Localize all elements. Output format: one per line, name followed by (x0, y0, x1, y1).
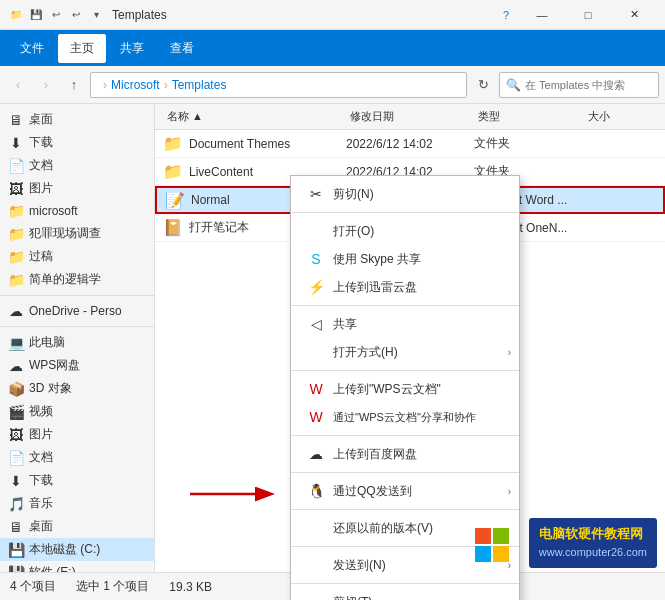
ctx-wps-upload[interactable]: W 上传到"WPS云文档" (291, 375, 519, 403)
search-icon: 🔍 (506, 78, 521, 92)
ctx-openwith[interactable]: 打开方式(H) › (291, 338, 519, 366)
sidebar-item-microsoft[interactable]: 📁 microsoft (0, 200, 154, 222)
svg-rect-3 (493, 528, 509, 544)
ctx-label-qq: 通过QQ发送到 (333, 483, 412, 500)
desktop-icon: 🖥 (8, 112, 24, 128)
quick-access-dropdown[interactable]: ▾ (88, 7, 104, 23)
help-button[interactable]: ? (493, 0, 519, 30)
header-name[interactable]: 名称 ▲ (163, 109, 346, 124)
qq-icon: 🐧 (307, 482, 325, 500)
folder-icon-logic: 📁 (8, 272, 24, 288)
back-button[interactable]: ‹ (6, 73, 30, 97)
sidebar-item-pic2[interactable]: 🖼 图片 (0, 423, 154, 446)
sidebar-item-dl2[interactable]: ⬇ 下载 (0, 469, 154, 492)
sidebar-item-3d[interactable]: 📦 3D 对象 (0, 377, 154, 400)
share-icon: ◁ (307, 315, 325, 333)
sidebar-this-pc[interactable]: 💻 此电脑 (0, 331, 154, 354)
minimize-button[interactable]: — (519, 0, 565, 30)
desk2-icon: 🖥 (8, 519, 24, 535)
ctx-cut[interactable]: 剪切(T) (291, 588, 519, 600)
ribbon-tab-home[interactable]: 主页 (58, 34, 106, 63)
folder-icon-ms: 📁 (8, 203, 24, 219)
quick-access-undo[interactable]: ↩ (48, 7, 64, 23)
sidebar-label-pic2: 图片 (29, 426, 53, 443)
svg-rect-4 (475, 546, 491, 562)
address-bar[interactable]: › Microsoft › Templates (90, 72, 467, 98)
ctx-open[interactable]: 打开(O) (291, 217, 519, 245)
ribbon-tab-view[interactable]: 查看 (158, 34, 206, 63)
svg-rect-2 (475, 528, 491, 544)
watermark-site: www.computer26.com (539, 544, 647, 562)
sidebar-label-doc2: 文档 (29, 449, 53, 466)
sidebar-item-docs[interactable]: 📄 文档 (0, 154, 154, 177)
windows-flag (474, 527, 510, 570)
sidebar-item-download[interactable]: ⬇ 下载 (0, 131, 154, 154)
ctx-qq[interactable]: 🐧 通过QQ发送到 › (291, 477, 519, 505)
address-microsoft[interactable]: Microsoft (111, 78, 160, 92)
wps-cloud-icon: ☁ (8, 358, 24, 374)
quick-access-save[interactable]: 💾 (28, 7, 44, 23)
close-button[interactable]: ✕ (611, 0, 657, 30)
search-box[interactable]: 🔍 (499, 72, 659, 98)
ctx-share[interactable]: ◁ 共享 (291, 310, 519, 338)
sidebar-label-pictures: 图片 (29, 180, 53, 197)
maximize-button[interactable]: □ (565, 0, 611, 30)
skype-icon: S (307, 250, 325, 268)
quick-access-redo[interactable]: ↩ (68, 7, 84, 23)
sidebar-label-pc: 此电脑 (29, 334, 65, 351)
sidebar-label-c: 本地磁盘 (C:) (29, 541, 100, 558)
ctx-sep5 (291, 509, 519, 510)
ctx-skype[interactable]: S 使用 Skype 共享 (291, 245, 519, 273)
sidebar-item-desktop[interactable]: 🖥 桌面 (0, 108, 154, 131)
app-icon: 📁 (8, 7, 24, 23)
folder-icon-draft: 📁 (8, 249, 24, 265)
ctx-cut-n[interactable]: ✂ 剪切(N) (291, 180, 519, 208)
download-icon: ⬇ (8, 135, 24, 151)
sendto-icon (307, 556, 325, 574)
sidebar-item-onedrive[interactable]: ☁ OneDrive - Perso (0, 300, 154, 322)
search-input[interactable] (525, 79, 652, 91)
sidebar-label-3d: 3D 对象 (29, 380, 72, 397)
3d-icon: 📦 (8, 381, 24, 397)
header-date[interactable]: 修改日期 (346, 109, 474, 124)
ctx-label-xunlei: 上传到迅雷云盘 (333, 279, 417, 296)
header-type[interactable]: 类型 (474, 109, 584, 124)
sidebar-label-dl2: 下载 (29, 472, 53, 489)
watermark: 电脑软硬件教程网 www.computer26.com (529, 518, 657, 568)
ctx-xunlei[interactable]: ⚡ 上传到迅雷云盘 (291, 273, 519, 301)
sidebar-item-logic[interactable]: 📁 简单的逻辑学 (0, 268, 154, 291)
sidebar-item-wps[interactable]: ☁ WPS网盘 (0, 354, 154, 377)
sidebar-item-pictures[interactable]: 🖼 图片 (0, 177, 154, 200)
sidebar-item-video[interactable]: 🎬 视频 (0, 400, 154, 423)
ctx-baidu[interactable]: ☁ 上传到百度网盘 (291, 440, 519, 468)
word-icon-normal: 📝 (165, 190, 185, 210)
sidebar-label-video: 视频 (29, 403, 53, 420)
up-button[interactable]: ↑ (62, 73, 86, 97)
address-separator2: › (164, 78, 168, 92)
folder-icon-themes: 📁 (163, 134, 183, 154)
e-drive-icon: 💾 (8, 565, 24, 573)
video-icon: 🎬 (8, 404, 24, 420)
sidebar: 🖥 桌面 ⬇ 下载 📄 文档 🖼 图片 📁 microsoft 📁 犯罪现场调查… (0, 104, 155, 572)
sidebar-item-music[interactable]: 🎵 音乐 (0, 492, 154, 515)
refresh-button[interactable]: ↻ (471, 73, 495, 97)
sidebar-label-draft: 过稿 (29, 248, 53, 265)
ribbon-tab-file[interactable]: 文件 (8, 34, 56, 63)
sidebar-item-desk2[interactable]: 🖥 桌面 (0, 515, 154, 538)
ctx-sep7 (291, 583, 519, 584)
sidebar-item-draft[interactable]: 📁 过稿 (0, 245, 154, 268)
header-size[interactable]: 大小 (584, 109, 657, 124)
status-size: 19.3 KB (169, 580, 212, 594)
sidebar-item-doc2[interactable]: 📄 文档 (0, 446, 154, 469)
address-templates[interactable]: Templates (172, 78, 227, 92)
title-bar: 📁 💾 ↩ ↩ ▾ Templates ? — □ ✕ (0, 0, 665, 30)
forward-button[interactable]: › (34, 73, 58, 97)
sidebar-item-crime[interactable]: 📁 犯罪现场调查 (0, 222, 154, 245)
folder-icon-crime: 📁 (8, 226, 24, 242)
file-row-themes[interactable]: 📁 Document Themes 2022/6/12 14:02 文件夹 (155, 130, 665, 158)
sidebar-item-c-drive[interactable]: 💾 本地磁盘 (C:) (0, 538, 154, 561)
status-count: 4 个项目 (10, 578, 56, 595)
ctx-wps-share[interactable]: W 通过"WPS云文档"分享和协作 (291, 403, 519, 431)
ribbon-tab-share[interactable]: 共享 (108, 34, 156, 63)
sidebar-item-e-drive[interactable]: 💾 软件 (E:) (0, 561, 154, 572)
